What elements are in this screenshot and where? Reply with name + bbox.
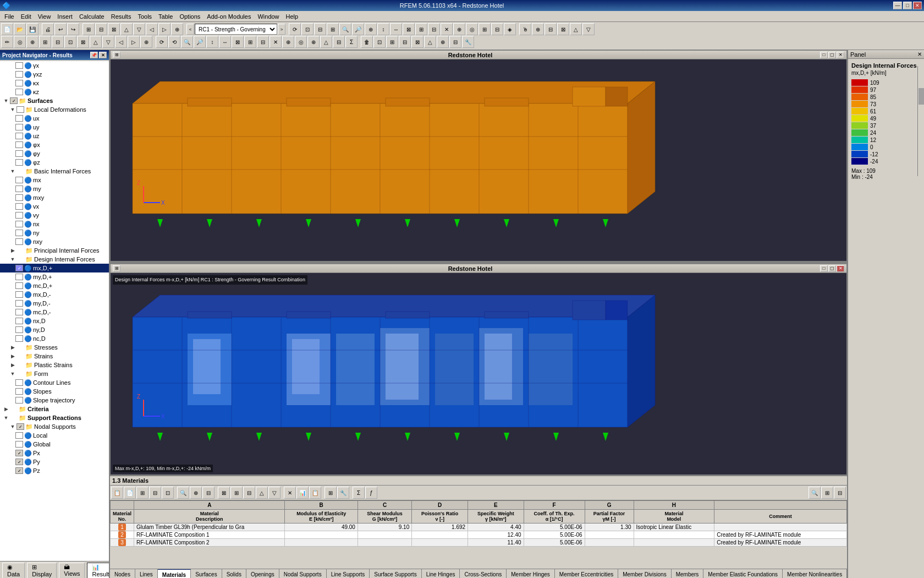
tree-item-ux[interactable]: 🔵 ux xyxy=(0,114,109,123)
top-viewport[interactable]: ⊞ Redstone Hotel □ ▢ ✕ xyxy=(110,50,847,261)
tb-r6[interactable]: ⊡ xyxy=(64,36,76,48)
top-viewport-icon[interactable]: ⊞ xyxy=(113,52,120,58)
tb-r28[interactable]: Σ xyxy=(345,36,358,48)
basic-forces-folder[interactable]: ▼ 📁 Basic Internal Forces xyxy=(0,167,109,176)
tb-2[interactable]: ⊟ xyxy=(95,23,107,35)
nav-tab-display[interactable]: ⊞ Display xyxy=(27,563,57,578)
menu-addon[interactable]: Add-on Modules xyxy=(204,12,254,21)
tb-32[interactable]: ▽ xyxy=(582,23,595,35)
tab-member-divisions[interactable]: Member Divisions xyxy=(618,569,671,578)
tree-item-local[interactable]: 🔵 Local xyxy=(0,431,109,440)
tree-checkbox[interactable] xyxy=(15,274,23,280)
tree-item-slope-traj[interactable]: 🔵 Slope trajectory xyxy=(0,396,109,405)
tb-r4[interactable]: ⊞ xyxy=(39,36,51,48)
tb-r16[interactable]: 🔎 xyxy=(194,36,206,48)
tab-nodes[interactable]: Nodes xyxy=(110,569,135,578)
tb-3[interactable]: ⊠ xyxy=(108,23,120,35)
tb-r36[interactable]: ⊟ xyxy=(449,36,461,48)
tb-save[interactable]: 💾 xyxy=(26,23,38,35)
tb-r5[interactable]: ⊟ xyxy=(52,36,64,48)
menu-table[interactable]: Table xyxy=(155,12,176,21)
tree-item-myd-plus[interactable]: 🔵 my,D,+ xyxy=(0,272,109,281)
tree-checkbox[interactable] xyxy=(15,133,23,139)
tree-item-ncd[interactable]: 🔵 nc,D xyxy=(0,334,109,343)
tree-checkbox[interactable] xyxy=(15,80,23,86)
nav-tab-results[interactable]: 📊 Results xyxy=(87,563,110,578)
tb-r37[interactable]: 🔧 xyxy=(462,36,474,48)
tree-checkbox[interactable] xyxy=(15,300,23,307)
tree-item[interactable]: 🔵 γx xyxy=(0,61,109,70)
tree-checkbox[interactable]: ✓ xyxy=(16,423,24,430)
tb-19[interactable]: ⊞ xyxy=(415,23,427,35)
tb-r8[interactable]: △ xyxy=(90,36,102,48)
tree-item[interactable]: 🔵 γxz xyxy=(0,70,109,79)
tb-10[interactable]: ⊡ xyxy=(301,23,314,35)
tree-checkbox[interactable] xyxy=(15,309,23,315)
tree-item-nx[interactable]: 🔵 nx xyxy=(0,220,109,228)
tb-t11[interactable]: ⊟ xyxy=(243,487,255,499)
tree-checkbox[interactable] xyxy=(15,291,23,298)
tb-6[interactable]: ◁ xyxy=(146,23,158,35)
tb-t19[interactable]: Σ xyxy=(353,487,365,499)
tree-checkbox[interactable] xyxy=(15,186,23,192)
tree-checkbox[interactable] xyxy=(15,282,23,289)
tb-nav-next[interactable]: > xyxy=(278,24,285,35)
panel-close-btn[interactable]: ✕ xyxy=(99,52,107,58)
menu-insert[interactable]: Insert xyxy=(54,12,76,21)
tb-r15[interactable]: 🔍 xyxy=(181,36,193,48)
tree-checkbox[interactable] xyxy=(15,441,23,448)
tree-item[interactable]: 🔵 κx xyxy=(0,79,109,88)
tab-lines[interactable]: Lines xyxy=(135,569,158,578)
tb-t14[interactable]: ✕ xyxy=(284,487,296,499)
strains-folder[interactable]: ▶ 📁 Strains xyxy=(0,352,109,361)
menu-view[interactable]: View xyxy=(35,12,54,21)
tb-9[interactable]: ⟳ xyxy=(289,23,301,35)
tree-checkbox[interactable] xyxy=(15,71,23,78)
stresses-folder[interactable]: ▶ 📁 Stresses xyxy=(0,343,109,352)
menu-results[interactable]: Results xyxy=(108,12,135,21)
tree-checkbox[interactable] xyxy=(15,379,23,386)
tb-29[interactable]: ⊟ xyxy=(544,23,557,35)
tb-t20[interactable]: ƒ xyxy=(365,487,377,499)
tb-t15[interactable]: 📊 xyxy=(296,487,309,499)
tab-member-elastic[interactable]: Member Elastic Foundations xyxy=(703,569,783,578)
load-combo-select[interactable]: RC1 - Strength - Governing xyxy=(195,24,277,35)
tree-checkbox[interactable] xyxy=(15,221,23,227)
tree-checkbox[interactable] xyxy=(15,397,23,403)
tb-28[interactable]: ⊕ xyxy=(532,23,544,35)
tree-item-mcd-plus[interactable]: 🔵 mc,D,+ xyxy=(0,281,109,290)
support-reactions-folder[interactable]: ▼ 📁 Support Reactions xyxy=(0,413,109,422)
tb-r14[interactable]: ⟲ xyxy=(168,36,180,48)
tree-checkbox[interactable] xyxy=(15,177,23,183)
tree-checkbox[interactable] xyxy=(15,194,23,201)
tb-7[interactable]: ▷ xyxy=(158,23,170,35)
bottom-viewport-maximize[interactable]: ▢ xyxy=(828,265,836,272)
tb-12[interactable]: ⊞ xyxy=(327,23,339,35)
tb-13[interactable]: 🔍 xyxy=(339,23,351,35)
tree-checkbox[interactable]: ✓ xyxy=(15,467,23,474)
tb-r35[interactable]: ⊕ xyxy=(437,36,449,48)
tree-checkbox[interactable] xyxy=(15,159,23,166)
tree-item-vx[interactable]: 🔵 vx xyxy=(0,202,109,211)
tree-checkbox[interactable] xyxy=(15,326,23,333)
tree-item-global[interactable]: 🔵 Global xyxy=(0,440,109,449)
tb-r12[interactable]: ⊕ xyxy=(140,36,152,48)
tb-r22[interactable]: ✕ xyxy=(270,36,282,48)
top-viewport-maximize[interactable]: ▢ xyxy=(828,52,836,58)
tb-r31[interactable]: ⊞ xyxy=(386,36,398,48)
tree-checkbox[interactable] xyxy=(15,335,23,342)
bottom-viewport-icon[interactable]: ⊞ xyxy=(113,265,120,272)
tree-checkbox[interactable] xyxy=(15,62,23,69)
tb-r25[interactable]: ⊕ xyxy=(307,36,320,48)
tree-checkbox[interactable]: ✓ xyxy=(10,97,18,104)
tb-tr3[interactable]: ⊟ xyxy=(834,487,846,499)
tab-materials[interactable]: Materials xyxy=(158,569,191,578)
tree-item-mxy[interactable]: 🔵 mxy xyxy=(0,193,109,202)
top-viewport-restore[interactable]: □ xyxy=(820,52,828,58)
tb-26[interactable]: ◈ xyxy=(504,23,516,35)
tree-checkbox[interactable] xyxy=(16,106,24,113)
tab-cross-sections[interactable]: Cross-Sections xyxy=(460,569,507,578)
tb-17[interactable]: ↔ xyxy=(390,23,402,35)
tb-r7[interactable]: ⊠ xyxy=(77,36,89,48)
tree-item-slopes[interactable]: 🔵 Slopes xyxy=(0,387,109,396)
